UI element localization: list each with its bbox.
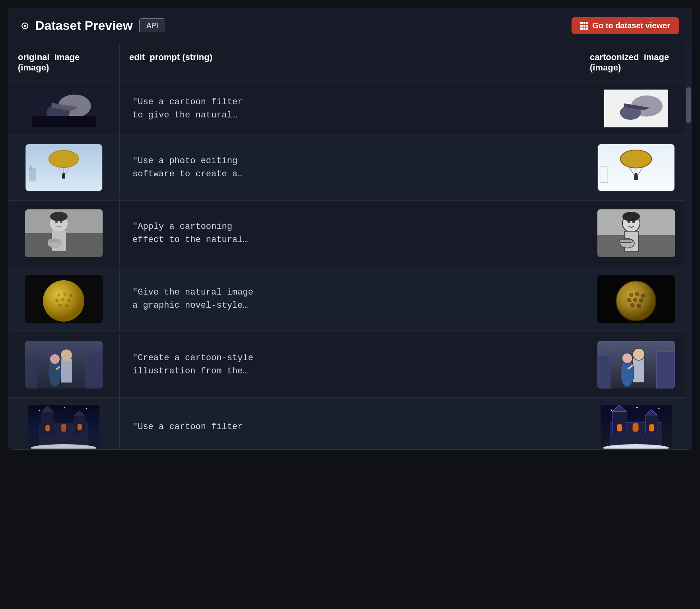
svg-point-54 xyxy=(61,298,64,301)
prompt-text-5: "Use a cartoon filter xyxy=(132,420,243,433)
table-row: Cau "Give the natural imagea graphic nov… xyxy=(8,266,692,332)
svg-point-98 xyxy=(90,414,91,414)
svg-rect-71 xyxy=(25,357,37,388)
header-left: ⊙ Dataset Preview API xyxy=(21,18,165,34)
table-body: "Use a cartoon filterto give the natural… xyxy=(8,82,692,449)
svg-point-67 xyxy=(630,303,634,307)
cell-cartoon-5 xyxy=(580,398,692,449)
svg-point-66 xyxy=(639,299,643,303)
original-image-2 xyxy=(25,209,103,257)
cell-prompt-1: "Use a photo editingsoftware to create a… xyxy=(120,136,580,199)
svg-point-82 xyxy=(633,348,645,360)
cell-prompt-0: "Use a cartoon filterto give the natural… xyxy=(120,88,580,129)
original-image-5 xyxy=(25,405,103,449)
svg-point-110 xyxy=(658,408,659,409)
cartoon-image-3: Cau xyxy=(597,275,675,323)
svg-rect-79 xyxy=(597,356,610,388)
header: ⊙ Dataset Preview API Go to dataset view… xyxy=(8,8,692,43)
svg-point-32 xyxy=(55,221,58,223)
svg-point-97 xyxy=(64,407,65,408)
svg-point-56 xyxy=(58,304,62,307)
col-header-original: original_image(image) xyxy=(8,43,120,82)
col-header-prompt: edit_prompt (string) xyxy=(120,43,580,82)
svg-rect-80 xyxy=(656,352,675,388)
cartoon-image-4 xyxy=(597,341,675,388)
cartoon-image-1 xyxy=(597,144,675,191)
svg-point-61 xyxy=(629,293,633,297)
svg-rect-37 xyxy=(48,239,60,242)
svg-rect-106 xyxy=(632,423,638,432)
table-row: "Apply a cartooningeffect to the natural… xyxy=(8,201,692,266)
svg-point-15 xyxy=(62,173,65,175)
svg-rect-16 xyxy=(29,168,36,181)
cell-original-2 xyxy=(8,201,120,265)
scrollbar-thumb[interactable] xyxy=(686,87,691,123)
svg-rect-3 xyxy=(32,116,96,127)
svg-rect-47 xyxy=(620,239,632,242)
cell-cartoon-2 xyxy=(580,201,692,265)
table-row: "Use a cartoon filter xyxy=(8,398,692,449)
cell-cartoon-0 xyxy=(580,82,692,135)
cell-original-5 xyxy=(8,398,120,449)
svg-point-26 xyxy=(634,173,638,176)
svg-rect-75 xyxy=(63,356,70,361)
cell-cartoon-3: Cau xyxy=(580,267,692,331)
scrollbar[interactable] xyxy=(685,43,692,449)
prompt-text-0: "Use a cartoon filterto give the natural… xyxy=(132,96,243,122)
original-image-1 xyxy=(25,144,103,191)
svg-rect-72 xyxy=(85,353,103,388)
svg-rect-92 xyxy=(61,424,66,432)
svg-point-33 xyxy=(60,221,62,223)
svg-point-96 xyxy=(86,408,87,409)
cartoon-image-0 xyxy=(597,90,675,127)
prompt-text-3: "Give the natural imagea graphic novel-s… xyxy=(132,286,253,312)
table-row: "Use a cartoon filterto give the natural… xyxy=(8,82,692,135)
svg-point-95 xyxy=(39,410,40,411)
svg-point-34 xyxy=(50,212,68,221)
svg-text:Cau: Cau xyxy=(56,299,61,303)
svg-rect-105 xyxy=(617,424,622,431)
svg-rect-73 xyxy=(61,359,72,383)
svg-point-109 xyxy=(611,410,612,411)
svg-point-55 xyxy=(67,299,70,302)
svg-point-65 xyxy=(633,298,637,302)
svg-rect-17 xyxy=(29,166,32,170)
svg-point-63 xyxy=(641,294,645,298)
prompt-text-4: "Create a cartoon-styleillustration from… xyxy=(132,351,253,378)
svg-point-51 xyxy=(63,293,66,296)
app-container: ⊙ Dataset Preview API Go to dataset view… xyxy=(8,8,692,450)
col-header-cartoonized: cartoonized_image(image) xyxy=(580,43,692,82)
dataset-viewer-button[interactable]: Go to dataset viewer xyxy=(572,17,679,34)
page-title: Dataset Preview xyxy=(35,18,132,33)
svg-point-44 xyxy=(622,212,640,221)
svg-point-68 xyxy=(637,304,641,308)
cell-original-4 xyxy=(8,333,120,396)
svg-point-52 xyxy=(69,294,72,297)
cell-prompt-5: "Use a cartoon filter xyxy=(120,403,580,449)
svg-point-84 xyxy=(622,353,632,363)
svg-point-57 xyxy=(65,304,68,307)
api-button[interactable]: API xyxy=(139,18,165,33)
cell-original-3: Cau xyxy=(8,267,120,331)
cell-cartoon-1 xyxy=(580,136,692,199)
cartoon-image-2 xyxy=(597,209,675,257)
svg-rect-93 xyxy=(78,424,82,431)
svg-point-50 xyxy=(57,293,60,297)
dataset-viewer-label: Go to dataset viewer xyxy=(592,21,670,30)
eye-icon: ⊙ xyxy=(21,18,29,34)
cartoon-image-5 xyxy=(597,405,675,449)
cell-prompt-2: "Apply a cartooningeffect to the natural… xyxy=(120,201,580,265)
grid-icon xyxy=(580,22,588,30)
svg-text:Cau: Cau xyxy=(628,299,634,303)
svg-point-111 xyxy=(636,407,638,409)
svg-rect-91 xyxy=(45,425,50,431)
table-row: "Use a photo editingsoftware to create a… xyxy=(8,135,692,201)
svg-point-77 xyxy=(50,354,60,364)
table-header: original_image(image) edit_prompt (strin… xyxy=(8,43,692,82)
original-image-3: Cau xyxy=(25,275,103,323)
original-image-4 xyxy=(25,341,103,388)
svg-point-62 xyxy=(635,292,639,296)
cell-prompt-4: "Create a cartoon-styleillustration from… xyxy=(120,333,580,396)
prompt-text-2: "Apply a cartooningeffect to the natural… xyxy=(132,220,248,246)
prompt-text-1: "Use a photo editingsoftware to create a… xyxy=(132,154,243,181)
